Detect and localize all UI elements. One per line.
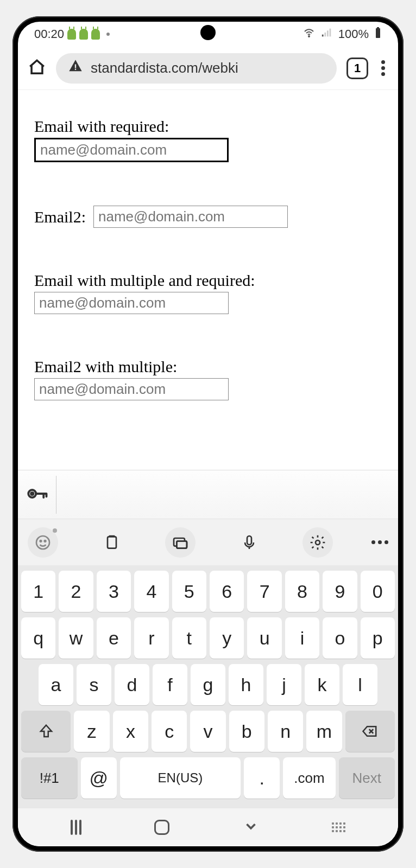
key-6[interactable]: 6 <box>210 571 244 612</box>
home-button[interactable] <box>28 58 46 79</box>
svg-rect-7 <box>377 27 379 29</box>
svg-rect-6 <box>376 28 380 38</box>
field-label-email-multiple-required: Email with multiple and required: <box>34 271 382 290</box>
battery-icon <box>374 26 382 42</box>
email-required-input[interactable] <box>34 138 229 162</box>
keyboard-toolbar <box>18 519 398 565</box>
key-f[interactable]: f <box>153 664 187 705</box>
key-k[interactable]: k <box>305 664 339 705</box>
url-text: standardista.com/webki <box>91 60 238 76</box>
keyboard-more-button[interactable] <box>371 540 388 544</box>
nav-back-button[interactable] <box>243 818 259 837</box>
key-b[interactable]: b <box>229 711 264 752</box>
kb-row-zxcv: z x c v b n m <box>21 711 395 752</box>
shift-key[interactable] <box>21 711 71 752</box>
key-x[interactable]: x <box>113 711 148 752</box>
svg-point-1 <box>308 36 310 37</box>
browser-menu-button[interactable] <box>378 57 388 79</box>
svg-rect-15 <box>108 537 116 548</box>
period-key[interactable]: . <box>244 757 280 799</box>
key-u[interactable]: u <box>247 617 281 659</box>
key-n[interactable]: n <box>268 711 303 752</box>
tabs-button[interactable]: 1 <box>346 58 368 79</box>
key-8[interactable]: 8 <box>285 571 319 612</box>
keyboard: 1 2 3 4 5 6 7 8 9 0 q w e r t y u i o <box>18 565 398 808</box>
key-i[interactable]: i <box>285 617 319 659</box>
symbols-key[interactable]: !#1 <box>21 757 78 799</box>
svg-point-20 <box>316 540 320 545</box>
svg-point-13 <box>40 540 42 542</box>
svg-point-12 <box>36 536 49 549</box>
svg-rect-19 <box>247 536 251 545</box>
key-1[interactable]: 1 <box>21 571 55 612</box>
key-t[interactable]: t <box>172 617 206 659</box>
nav-bar <box>18 808 398 846</box>
key-o[interactable]: o <box>323 617 357 659</box>
wifi-icon <box>302 26 316 42</box>
not-secure-icon <box>68 59 83 78</box>
kb-row-asdf: a s d f g h j k l <box>21 664 395 705</box>
android-icon <box>79 29 88 40</box>
key-d[interactable]: d <box>115 664 149 705</box>
key-j[interactable]: j <box>267 664 301 705</box>
key-y[interactable]: y <box>210 617 244 659</box>
field-label-email2-multiple: Email2 with multiple: <box>34 358 382 376</box>
status-time: 00:20 <box>34 27 64 41</box>
key-7[interactable]: 7 <box>247 571 281 612</box>
key-q[interactable]: q <box>21 617 55 659</box>
nav-keyboard-icon[interactable] <box>332 822 345 832</box>
space-key[interactable]: EN(US) <box>120 757 241 799</box>
web-content: Email with required: Email2: Email with … <box>18 90 398 470</box>
key-2[interactable]: 2 <box>59 571 93 612</box>
password-key-icon[interactable] <box>26 482 48 507</box>
key-3[interactable]: 3 <box>97 571 131 612</box>
url-bar[interactable]: standardista.com/webki <box>56 53 337 84</box>
backspace-key[interactable] <box>345 711 395 752</box>
field-label-email2: Email2: <box>34 208 86 226</box>
key-v[interactable]: v <box>190 711 225 752</box>
svg-rect-3 <box>324 33 326 36</box>
field-label-email-required: Email with required: <box>34 117 382 136</box>
key-0[interactable]: 0 <box>361 571 395 612</box>
key-w[interactable]: w <box>59 617 93 659</box>
separator <box>56 476 56 514</box>
email-multiple-required-input[interactable] <box>34 292 229 314</box>
key-9[interactable]: 9 <box>323 571 357 612</box>
key-p[interactable]: p <box>361 617 395 659</box>
nav-recents-button[interactable] <box>71 820 81 835</box>
emoji-button[interactable] <box>28 527 58 558</box>
voice-input-button[interactable] <box>234 527 264 558</box>
svg-point-14 <box>45 540 46 542</box>
at-key[interactable]: @ <box>81 757 117 799</box>
svg-rect-4 <box>327 30 329 36</box>
key-e[interactable]: e <box>97 617 131 659</box>
key-h[interactable]: h <box>229 664 263 705</box>
email2-input[interactable] <box>93 206 288 228</box>
android-icon <box>67 29 76 40</box>
key-r[interactable]: r <box>134 617 168 659</box>
kb-row-qwerty: q w e r t y u i o p <box>21 617 395 659</box>
key-g[interactable]: g <box>191 664 225 705</box>
key-s[interactable]: s <box>77 664 111 705</box>
next-key[interactable]: Next <box>339 757 395 799</box>
key-a[interactable]: a <box>39 664 73 705</box>
android-icon <box>91 29 100 40</box>
nav-home-button[interactable] <box>154 820 169 835</box>
svg-rect-2 <box>322 35 324 37</box>
key-z[interactable]: z <box>74 711 109 752</box>
keyboard-mode-button[interactable] <box>165 527 196 558</box>
tab-count: 1 <box>354 61 361 75</box>
svg-point-11 <box>31 492 33 494</box>
dotcom-key[interactable]: .com <box>283 757 335 799</box>
key-5[interactable]: 5 <box>172 571 206 612</box>
key-c[interactable]: c <box>152 711 187 752</box>
key-m[interactable]: m <box>306 711 342 752</box>
kb-row-bottom: !#1 @ EN(US) . .com Next <box>21 757 395 799</box>
clipboard-button[interactable] <box>97 527 127 558</box>
key-4[interactable]: 4 <box>134 571 168 612</box>
key-l[interactable]: l <box>343 664 377 705</box>
email2-multiple-input[interactable] <box>34 378 229 400</box>
svg-rect-9 <box>75 69 76 70</box>
notification-dot-icon <box>106 33 110 36</box>
settings-button[interactable] <box>302 527 333 558</box>
